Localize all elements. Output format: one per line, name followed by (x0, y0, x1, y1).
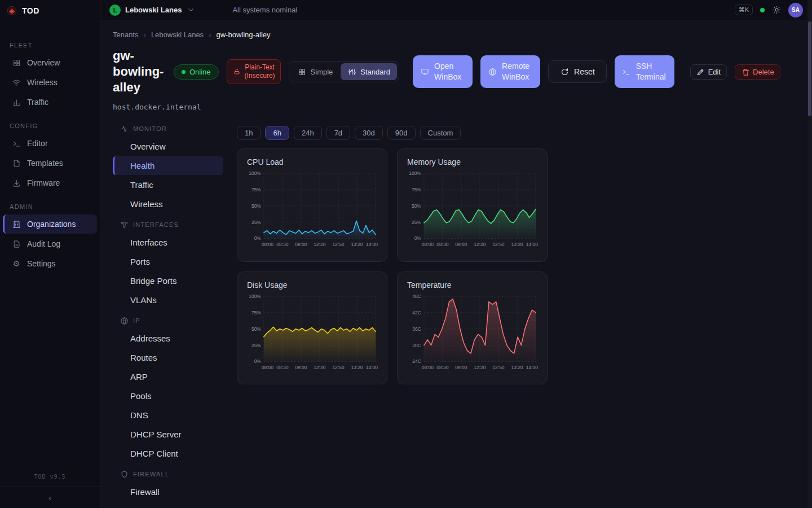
time-range-7d[interactable]: 7d (326, 126, 350, 140)
view-mode-toggle: Simple Standard (289, 61, 400, 82)
subnav-item-addresses[interactable]: Addresses (113, 329, 223, 348)
subnav-item-routes[interactable]: Routes (113, 348, 223, 367)
device-host: host.docker.internal (113, 103, 798, 111)
remote-winbox-label: Remote WinBox (502, 61, 533, 82)
subnav-item-arp[interactable]: ARP (113, 367, 223, 386)
sidebar-item-overview[interactable]: Overview (3, 53, 97, 72)
svg-text:09:00: 09:00 (455, 242, 467, 248)
sidebar-item-label: Templates (27, 159, 63, 168)
subnav-item-firewall[interactable]: Firewall (113, 483, 223, 501)
subnav-item-wireless[interactable]: Wireless (113, 195, 223, 213)
subnav-item-interfaces[interactable]: Interfaces (113, 233, 223, 252)
charts-grid: CPU Load100%75%50%25%0%08:0008:3009:0012… (237, 148, 548, 384)
ssh-terminal-button[interactable]: SSH Terminal (615, 55, 674, 88)
svg-text:14:00: 14:00 (526, 365, 538, 370)
mode-simple-button[interactable]: Simple (291, 63, 340, 80)
subnav-item-dhcp-client[interactable]: DHCP Client (113, 444, 223, 463)
ssh-terminal-label: SSH Terminal (636, 61, 667, 82)
collapse-icon: ‹ (46, 493, 55, 502)
time-range-6h[interactable]: 6h (265, 126, 289, 140)
open-winbox-button[interactable]: Open WinBox (413, 55, 473, 88)
time-range-24h[interactable]: 24h (294, 126, 322, 140)
subnav-item-mangle[interactable]: Mangle (113, 502, 223, 508)
subnav-section-text: FIREWALL (133, 471, 169, 478)
sidebar-item-label: Firmware (27, 178, 60, 187)
user-avatar[interactable]: SA (788, 3, 803, 17)
delete-button[interactable]: Delete (735, 64, 780, 80)
file-icon (12, 159, 21, 168)
svg-text:08:00: 08:00 (262, 242, 273, 248)
time-range-30d[interactable]: 30d (355, 126, 383, 140)
sidebar-item-label: Overview (27, 58, 60, 67)
subnav-section-label-interfaces: INTERFACES (113, 214, 223, 233)
svg-text:30C: 30C (412, 342, 421, 348)
building-icon (12, 220, 21, 229)
svg-text:09:00: 09:00 (455, 365, 467, 370)
globe-icon (488, 67, 497, 76)
gear-icon: ⚙ (12, 259, 21, 268)
subnav-item-dhcp-server[interactable]: DHCP Server (113, 425, 223, 444)
diamond-logo-icon: ◈ (7, 6, 16, 15)
subnav-item-vlans[interactable]: VLANs (113, 291, 223, 309)
subnav-item-pools[interactable]: Pools (113, 387, 223, 405)
sidebar-item-audit-log[interactable]: Audit Log (3, 234, 97, 253)
svg-text:50%: 50% (251, 203, 261, 209)
svg-text:12:20: 12:20 (314, 365, 325, 370)
subnav-item-bridge-ports[interactable]: Bridge Ports (113, 271, 223, 290)
subnav-item-dns[interactable]: DNS (113, 406, 223, 424)
chevron-down-icon[interactable] (186, 6, 195, 15)
reset-button[interactable]: Reset (548, 60, 607, 83)
sidebar-item-templates[interactable]: Templates (3, 154, 97, 173)
subnav-item-health[interactable]: Health (113, 156, 223, 175)
mode-standard-label: Standard (360, 68, 390, 76)
sidebar-item-editor[interactable]: Editor (3, 134, 97, 153)
svg-text:0%: 0% (254, 236, 262, 242)
time-range-90d[interactable]: 90d (387, 126, 416, 140)
svg-text:08:30: 08:30 (276, 242, 288, 248)
sidebar-item-label: Traffic (27, 98, 48, 107)
shield-icon (120, 470, 129, 479)
svg-text:13:20: 13:20 (351, 365, 363, 370)
svg-text:50%: 50% (251, 326, 261, 332)
scrollbar-thumb[interactable] (808, 21, 811, 116)
scrollbar[interactable] (807, 0, 812, 508)
subnav-item-ports[interactable]: Ports (113, 252, 223, 271)
svg-text:08:30: 08:30 (276, 365, 288, 370)
subnav-item-overview[interactable]: Overview (113, 137, 223, 156)
svg-text:08:30: 08:30 (436, 365, 448, 370)
tenant-avatar: L (109, 5, 121, 16)
time-range-1h[interactable]: 1h (237, 126, 261, 140)
sidebar-item-label: Editor (27, 139, 48, 148)
sidebar-item-traffic[interactable]: Traffic (3, 93, 97, 112)
svg-text:12:50: 12:50 (492, 242, 504, 248)
sidebar-collapse-button[interactable]: ‹ (0, 487, 100, 508)
insecure-label: Plain-Text (Insecure) (245, 63, 275, 80)
breadcrumb-item-lebowski-lanes[interactable]: Lebowski Lanes (151, 30, 204, 39)
health-panel: 1h6h24h7d30d90dCustom CPU Load100%75%50%… (237, 118, 548, 508)
breadcrumb-item-tenants[interactable]: Tenants (113, 30, 139, 39)
sidebar-item-organizations[interactable]: Organizations (3, 214, 97, 234)
online-status-badge: Online (174, 64, 219, 80)
command-palette-shortcut[interactable]: ⌘K (735, 5, 753, 15)
svg-text:75%: 75% (251, 310, 261, 316)
download-icon (12, 178, 21, 187)
subnav-section-label-firewall: FIREWALL (113, 463, 223, 482)
sidebar-item-wireless[interactable]: Wireless (3, 73, 97, 92)
reset-label: Reset (574, 67, 595, 76)
breadcrumb-separator: › (144, 30, 146, 39)
svg-text:42C: 42C (412, 310, 421, 316)
layout-grid-icon (298, 67, 307, 76)
time-range-custom[interactable]: Custom (420, 126, 461, 140)
health-status-dot (760, 8, 765, 12)
theme-toggle-sun-icon[interactable] (772, 6, 781, 15)
sidebar-item-firmware[interactable]: Firmware (3, 173, 97, 192)
edit-button[interactable]: Edit (690, 64, 727, 80)
svg-text:50%: 50% (412, 203, 421, 209)
svg-text:25%: 25% (251, 220, 261, 225)
svg-text:24C: 24C (412, 358, 421, 364)
sidebar-item-settings[interactable]: ⚙Settings (3, 254, 97, 273)
tenant-switcher[interactable]: Lebowski Lanes (125, 6, 182, 14)
remote-winbox-button[interactable]: Remote WinBox (480, 55, 540, 88)
subnav-item-traffic[interactable]: Traffic (113, 176, 223, 194)
mode-standard-button[interactable]: Standard (341, 63, 397, 80)
